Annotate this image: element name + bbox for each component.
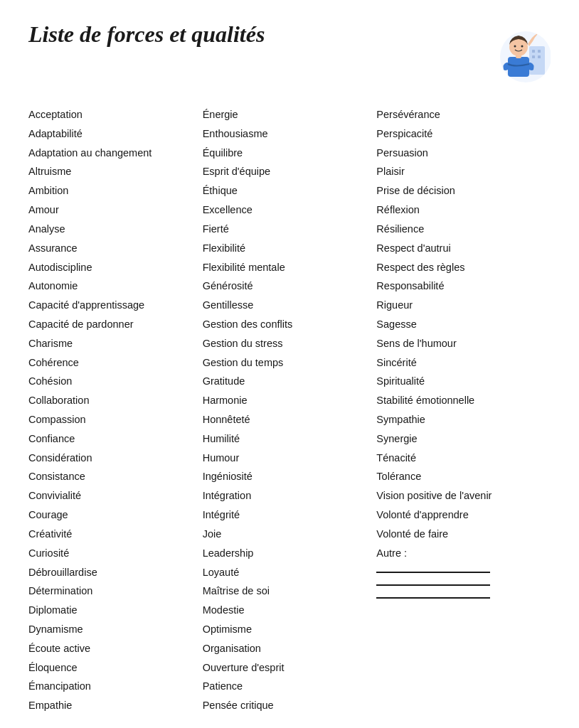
list-item: Détermination (28, 582, 203, 601)
list-item: Autodiscipline (28, 258, 203, 277)
svg-point-9 (514, 46, 516, 48)
blank-line-2 (376, 584, 490, 586)
list-item: Écoute active (28, 639, 203, 658)
list-item: Gestion des conflits (203, 315, 377, 334)
list-item: Analyse (28, 220, 203, 239)
list-item: Honnêteté (203, 410, 377, 429)
list-item: Stabilité émotionnelle (376, 391, 551, 410)
list-item: Patience (203, 677, 377, 696)
list-item: Sympathie (376, 410, 551, 429)
list-item: Respect d'autrui (376, 239, 551, 258)
list-item: Éloquence (28, 658, 203, 678)
list-item: Ambition (28, 181, 203, 200)
list-item: Acceptation (28, 105, 203, 124)
list-item: Débrouillardise (28, 563, 203, 582)
list-item: Harmonie (203, 391, 377, 410)
list-item: Convivialité (28, 486, 203, 505)
list-item: Responsabilité (376, 277, 551, 296)
list-item: Capacité de pardonner (28, 315, 203, 334)
list-item: Adaptabilité (28, 124, 203, 144)
list-item: Assurance (28, 239, 203, 258)
list-item: Plaisir (376, 162, 551, 181)
list-item: Capacité d'apprentissage (28, 296, 203, 315)
list-item: Organisation (203, 639, 377, 658)
list-item: Équilibre (203, 144, 377, 163)
list-item: Esprit d'équipe (203, 162, 377, 181)
list-item: Énergie (203, 105, 377, 124)
list-item: Adaptation au changement (28, 144, 203, 163)
list-item: Ténacité (376, 449, 551, 468)
list-item: Gestion du temps (203, 353, 377, 373)
list-item: Sincérité (376, 353, 551, 373)
list-item: Compassion (28, 410, 203, 429)
list-item: Empathie (28, 696, 203, 715)
list-item: Éthique (203, 181, 377, 200)
list-item: Intégrité (203, 505, 377, 525)
list-item: Ingéniosité (203, 467, 377, 486)
svg-rect-3 (538, 50, 541, 53)
list-item: Synergie (376, 429, 551, 449)
list-item: Joie (203, 525, 377, 544)
list-item: Résilience (376, 220, 551, 239)
svg-rect-6 (508, 57, 529, 77)
list-item: Optimisme (203, 620, 377, 639)
list-item: Cohésion (28, 372, 203, 391)
list-item: Dynamisme (28, 620, 203, 639)
list-item: Persévérance (376, 105, 551, 124)
list-item: Curiosité (28, 544, 203, 563)
list-item: Enthousiasme (203, 124, 377, 144)
list-item: Fierté (203, 220, 377, 239)
list-item: Altruisme (28, 162, 203, 181)
list-item: Créativité (28, 525, 203, 544)
list-item: Pensée critique (203, 696, 377, 715)
list-item: Charisme (28, 334, 203, 353)
list-item: Volonté de faire (376, 525, 551, 544)
list-item: Rigueur (376, 296, 551, 315)
list-item: Gestion du stress (203, 334, 377, 353)
list-item: Gratitude (203, 372, 377, 391)
list-item: Considération (28, 449, 203, 468)
list-item: Volonté d'apprendre (376, 505, 551, 525)
list-item: Autonomie (28, 277, 203, 296)
list-item: Consistance (28, 467, 203, 486)
list-item: Leadership (203, 544, 377, 563)
column-3: PersévérancePerspicacitéPersuasionPlaisi… (376, 105, 551, 599)
blank-lines (376, 572, 551, 599)
list-item: Intégration (203, 486, 377, 505)
list-item: Courage (28, 505, 203, 525)
svg-rect-4 (532, 55, 535, 58)
list-item: Perspicacité (376, 124, 551, 144)
list-item: Réflexion (376, 200, 551, 220)
list-item: Spiritualité (376, 372, 551, 391)
list-item: Sens de l'humour (376, 334, 551, 353)
list-item: Humour (203, 449, 377, 468)
list-item: Modestie (203, 601, 377, 620)
list-item: Amour (28, 200, 203, 220)
list-item: Maîtrise de soi (203, 582, 377, 601)
list-item: Persuasion (376, 144, 551, 163)
list-item: Gentillesse (203, 296, 377, 315)
list-item: Prise de décision (376, 181, 551, 200)
list-item: Collaboration (28, 391, 203, 410)
list-item: Ouverture d'esprit (203, 658, 377, 678)
list-item: Confiance (28, 429, 203, 449)
svg-rect-2 (532, 50, 535, 53)
list-item: Vision positive de l'avenir (376, 486, 551, 505)
list-item: Diplomatie (28, 601, 203, 620)
list-item: Humilité (203, 429, 377, 449)
list-item: Respect des règles (376, 258, 551, 277)
columns-wrapper: AcceptationAdaptabilitéAdaptation au cha… (28, 105, 551, 715)
svg-point-10 (521, 46, 524, 48)
blank-line-1 (376, 572, 490, 573)
page-title: Liste de forces et qualités (28, 21, 265, 48)
column-2: ÉnergieEnthousiasmeÉquilibreEsprit d'équ… (203, 105, 377, 715)
list-item: Flexibilité (203, 239, 377, 258)
svg-rect-1 (529, 46, 545, 75)
svg-rect-5 (538, 55, 541, 58)
list-item: Émancipation (28, 677, 203, 696)
list-item: Tolérance (376, 467, 551, 486)
blank-line-3 (376, 597, 490, 599)
avatar (487, 21, 551, 85)
page-header: Liste de forces et qualités (28, 21, 551, 85)
list-item: Autre : (376, 544, 551, 563)
